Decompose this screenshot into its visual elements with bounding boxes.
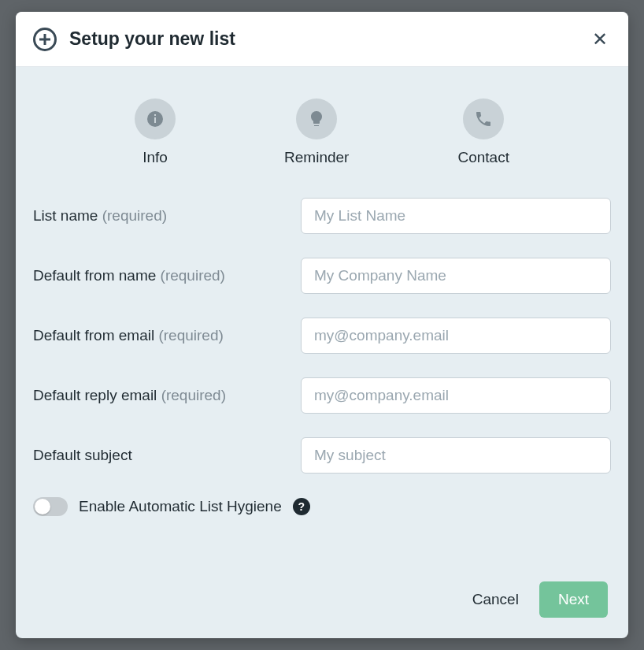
label-subject: Default subject [33, 447, 301, 464]
step-info[interactable]: Info [135, 98, 176, 166]
svg-rect-2 [154, 114, 156, 116]
row-list-name: List name (required) [33, 198, 611, 234]
step-label: Reminder [284, 149, 349, 166]
step-contact[interactable]: Contact [457, 98, 509, 166]
svg-rect-1 [154, 117, 156, 123]
modal-footer: Cancel Next [16, 567, 628, 638]
phone-icon [463, 98, 504, 139]
label-from-email: Default from email (required) [33, 327, 301, 344]
help-icon[interactable]: ? [293, 498, 310, 515]
reply-email-input[interactable] [301, 377, 611, 414]
row-subject: Default subject [33, 437, 611, 474]
modal-header: Setup your new list ✕ [16, 12, 628, 67]
step-label: Contact [457, 149, 509, 166]
setup-list-modal: Setup your new list ✕ Info Reminder [16, 12, 628, 638]
row-from-email: Default from email (required) [33, 318, 611, 354]
from-email-input[interactable] [301, 318, 611, 354]
modal-body: Info Reminder Contact List name (require… [16, 67, 628, 567]
from-name-input[interactable] [301, 258, 611, 294]
label-list-name: List name (required) [33, 207, 301, 225]
lightbulb-icon [296, 98, 337, 139]
list-name-input[interactable] [301, 198, 611, 234]
label-reply-email: Default reply email (required) [33, 387, 301, 404]
hygiene-toggle[interactable] [33, 497, 68, 516]
label-from-name: Default from name (required) [33, 267, 301, 284]
close-button[interactable]: ✕ [589, 28, 611, 50]
next-button[interactable]: Next [539, 581, 608, 618]
step-reminder[interactable]: Reminder [284, 98, 349, 166]
close-icon: ✕ [592, 28, 608, 50]
wizard-steps: Info Reminder Contact [80, 98, 564, 166]
modal-title: Setup your new list [69, 28, 235, 50]
subject-input[interactable] [301, 437, 611, 474]
cancel-button[interactable]: Cancel [469, 583, 522, 616]
row-reply-email: Default reply email (required) [33, 377, 611, 414]
info-icon [135, 98, 176, 139]
plus-circle-icon [33, 28, 57, 51]
step-label: Info [142, 149, 168, 166]
row-from-name: Default from name (required) [33, 258, 611, 294]
row-hygiene-toggle: Enable Automatic List Hygiene ? [33, 497, 611, 516]
hygiene-toggle-label: Enable Automatic List Hygiene [79, 498, 282, 515]
